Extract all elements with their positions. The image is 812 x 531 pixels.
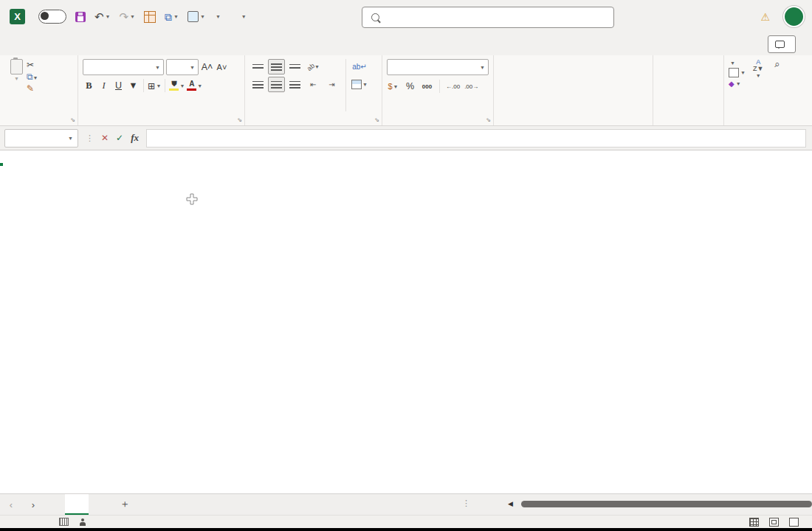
table-quick-button[interactable] xyxy=(144,11,156,23)
currency-format-button[interactable]: $▼ xyxy=(387,80,399,93)
align-bottom-button[interactable] xyxy=(286,59,303,74)
confirm-entry-button[interactable]: ✓ xyxy=(116,133,123,143)
comma-format-button[interactable]: 000 xyxy=(421,80,433,93)
format-painter-button[interactable]: ✎ xyxy=(27,84,38,93)
cancel-entry-button[interactable]: ✕ xyxy=(101,133,109,143)
align-right-button[interactable] xyxy=(286,77,303,92)
chevron-down-icon: ▼ xyxy=(200,14,205,19)
copy-button[interactable]: ⧉▼ xyxy=(27,72,38,81)
copy-quick-button[interactable]: ⧉▼ xyxy=(165,12,179,22)
autosum-button[interactable]: ▼ xyxy=(729,60,746,66)
table-icon xyxy=(144,11,156,23)
scissors-icon: ✂ xyxy=(27,60,34,70)
format-painter-icon: ✎ xyxy=(27,83,34,94)
search-input[interactable] xyxy=(362,7,614,28)
page-break-view-button[interactable] xyxy=(789,518,799,527)
avatar[interactable] xyxy=(783,6,805,27)
increase-indent-button[interactable]: ⇥ xyxy=(323,77,340,92)
font-name-select[interactable]: ▼ xyxy=(83,59,164,75)
bold-button[interactable]: B xyxy=(83,79,95,92)
status-bar xyxy=(0,515,812,528)
alignment-dialog-launcher[interactable]: ⇘ xyxy=(374,117,379,123)
scroll-left-button[interactable]: ◀ xyxy=(508,500,513,507)
decrease-indent-button[interactable]: ⇤ xyxy=(305,77,322,92)
fill-button[interactable]: ▼ xyxy=(729,68,746,77)
number-group-label xyxy=(382,111,493,125)
horizontal-scrollbar-thumb[interactable] xyxy=(521,501,812,507)
formula-input[interactable] xyxy=(146,129,806,148)
add-sheet-button[interactable]: ＋ xyxy=(120,498,130,511)
align-left-button[interactable] xyxy=(250,77,266,92)
number-group: ▼ $▼ % 000 ←.00 .00→ ⇘ xyxy=(382,55,494,125)
font-size-select[interactable]: ▼ xyxy=(166,59,199,75)
sheet-tab-bar: ‹ › ＋ ⋮ ◀ xyxy=(0,493,812,515)
accessibility-icon xyxy=(79,518,86,526)
insert-function-button[interactable]: fx xyxy=(131,132,139,144)
editing-group: ▼ ▼ ◆▼ AZ▼ ▼ ⌕ xyxy=(724,55,812,125)
align-center-button[interactable] xyxy=(268,77,285,92)
chevron-down-icon: ▼ xyxy=(173,14,179,19)
comments-button[interactable] xyxy=(768,35,796,53)
align-top-button[interactable] xyxy=(250,59,266,74)
orientation-button[interactable]: ab▼ xyxy=(305,59,322,74)
increase-decimal-button[interactable]: ←.00 xyxy=(446,80,460,93)
decrease-decimal-button[interactable]: .00→ xyxy=(464,80,478,93)
clipboard-group: ▼ ✂ ⧉▼ ✎ ⇘ xyxy=(0,55,78,125)
fill-icon xyxy=(729,68,739,77)
excel-window: { "titlebar": { "app": "Excel", "autosav… xyxy=(0,0,812,531)
number-dialog-launcher[interactable]: ⇘ xyxy=(486,117,491,123)
alignment-group-label xyxy=(245,111,382,125)
align-middle-button[interactable] xyxy=(268,59,285,74)
chevron-down-icon: ▼ xyxy=(216,14,221,19)
undo-icon: ↶ xyxy=(94,11,104,22)
underline-button[interactable]: U xyxy=(112,79,125,92)
title-bar: X ↶▼ ↷▼ ⧉▼ ▼ ▼ ▼ ⚠ xyxy=(0,0,812,33)
qat-overflow-button[interactable]: ▼ xyxy=(214,14,221,19)
styles-group xyxy=(494,55,653,125)
scrollbar-grip-icon[interactable]: ⋮ xyxy=(462,499,470,508)
wrap-text-button[interactable]: ab↵ xyxy=(351,60,368,73)
name-box[interactable]: ▼ xyxy=(4,129,78,148)
paste-special-button[interactable]: ▼ xyxy=(187,11,205,22)
increase-font-button[interactable]: A˄ xyxy=(201,60,213,74)
font-color-button[interactable]: A▼ xyxy=(187,79,202,92)
formatting-dropdown[interactable]: ▼ xyxy=(240,14,247,19)
italic-button[interactable]: I xyxy=(97,79,110,92)
number-format-select[interactable]: ▼ xyxy=(387,59,489,75)
font-dialog-launcher[interactable]: ⇘ xyxy=(237,117,242,123)
selected-cell-outline xyxy=(0,163,3,166)
sort-filter-button[interactable]: AZ▼ ▼ xyxy=(749,59,767,111)
underline-dropdown[interactable]: ▼ xyxy=(127,79,140,92)
font-group-label xyxy=(78,111,244,125)
ribbon-tab-bar xyxy=(0,33,812,55)
sheet-tab-arkusz2[interactable] xyxy=(65,494,89,515)
save-button[interactable] xyxy=(75,12,86,22)
paste-button[interactable]: ▼ xyxy=(10,59,23,111)
search-icon xyxy=(371,13,379,21)
redo-button[interactable]: ↷▼ xyxy=(120,11,136,22)
normal-view-button[interactable] xyxy=(749,518,759,527)
copy-icon: ⧉ xyxy=(27,72,33,82)
autosave-toggle[interactable] xyxy=(38,10,66,24)
next-sheet-button[interactable]: › xyxy=(22,499,44,510)
find-select-button[interactable]: ⌕ xyxy=(771,59,783,111)
percent-format-button[interactable]: % xyxy=(404,80,416,93)
page-layout-view-button[interactable] xyxy=(769,518,779,527)
spreadsheet-grid xyxy=(0,150,812,493)
excel-logo-icon[interactable]: X xyxy=(10,9,25,24)
cut-button[interactable]: ✂ xyxy=(27,60,38,69)
macro-record-icon[interactable] xyxy=(59,518,69,526)
prev-sheet-button[interactable]: ‹ xyxy=(0,499,22,510)
sort-filter-icon: AZ▼ xyxy=(753,59,763,72)
fill-color-button[interactable]: ⛊▼ xyxy=(169,79,185,92)
borders-button[interactable]: ⊞▼ xyxy=(148,79,161,92)
decrease-font-button[interactable]: A˅ xyxy=(216,60,228,74)
clear-button[interactable]: ◆▼ xyxy=(729,80,746,88)
warning-icon[interactable]: ⚠ xyxy=(760,11,770,23)
undo-button[interactable]: ↶▼ xyxy=(94,11,111,22)
ribbon: ▼ ✂ ⧉▼ ✎ ⇘ ▼ ▼ A˄ A˅ B xyxy=(0,55,812,126)
formula-bar-divider: ⋮ xyxy=(86,133,94,143)
clipboard-dialog-launcher[interactable]: ⇘ xyxy=(70,117,75,123)
merge-center-button[interactable]: ▼ xyxy=(351,77,368,91)
paste-special-icon xyxy=(187,11,199,22)
